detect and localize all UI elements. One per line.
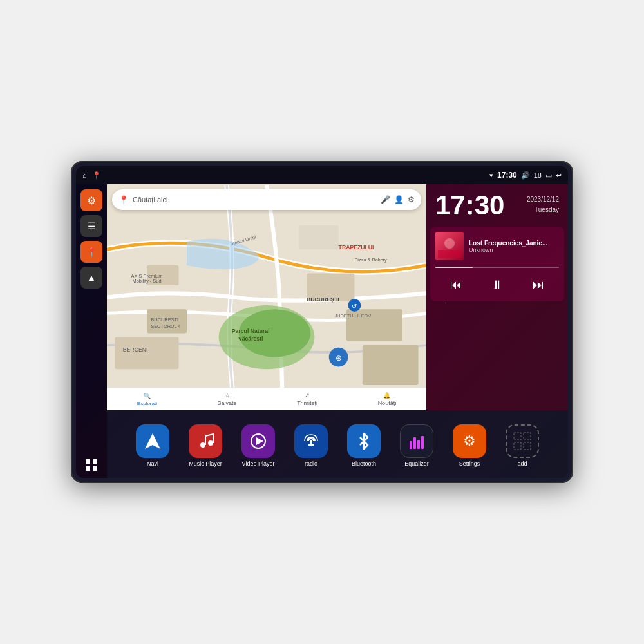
svg-text:Pizza & Bakery: Pizza & Bakery	[354, 257, 387, 263]
svg-marker-35	[145, 433, 160, 449]
nav-arrow-icon: ▲	[87, 272, 96, 283]
music-progress-fill	[435, 267, 473, 268]
send-label: Trimiteți	[297, 400, 317, 406]
music-play-btn[interactable]: ⏸	[486, 273, 509, 296]
left-sidebar: ⚙ ☰ 📍 ▲	[76, 184, 107, 478]
map-send-btn[interactable]: ↗ Trimiteți	[297, 392, 317, 406]
clock-time: 17:30	[435, 192, 504, 219]
apps-grid-icon	[85, 459, 98, 471]
device-screen: ⌂ 📍 ▾ 17:30 🔊 18 ▭ ↩	[76, 166, 568, 478]
music-text: Lost Frequencies_Janie... Unknown	[469, 240, 559, 253]
app-video-player[interactable]: Video Player	[236, 424, 281, 467]
center-area: Parcul Natural Văcărești AXIS Premium Mo…	[107, 184, 568, 478]
app-add[interactable]: add	[500, 424, 545, 467]
app-bluetooth[interactable]: Bluetooth	[341, 424, 386, 467]
sidebar-map-btn[interactable]: 📍	[80, 241, 102, 263]
svg-text:JUDEȚUL ILFOV: JUDEȚUL ILFOV	[334, 313, 371, 319]
radio-icon	[294, 424, 328, 458]
svg-rect-2	[86, 466, 90, 471]
music-next-btn[interactable]: ⏭	[527, 273, 550, 296]
clock-section: 17:30 2023/12/12 Tuesday	[426, 184, 568, 227]
app-equalizer[interactable]: Equalizer	[394, 424, 439, 467]
svg-rect-50	[514, 442, 521, 450]
map-explore-btn[interactable]: 🔍 Explorați	[137, 393, 157, 406]
mic-icon[interactable]: 🎤	[381, 195, 390, 204]
explore-label: Explorați	[137, 401, 157, 406]
sidebar-settings-btn[interactable]: ⚙	[80, 189, 102, 211]
map-saved-btn[interactable]: ☆ Salvate	[218, 392, 237, 406]
svg-text:Parcul Natural: Parcul Natural	[232, 328, 270, 334]
svg-rect-44	[410, 441, 412, 449]
app-settings[interactable]: ⚙ Settings	[447, 424, 492, 467]
equalizer-icon	[400, 424, 433, 458]
equalizer-label: Equalizer	[404, 460, 429, 467]
svg-text:⊕: ⊕	[336, 354, 342, 363]
music-artist: Unknown	[469, 247, 559, 253]
svg-text:Văcărești: Văcărești	[238, 336, 263, 342]
bluetooth-label: Bluetooth	[352, 460, 376, 467]
status-left-icons: ⌂ 📍	[82, 171, 101, 180]
home-icon[interactable]: ⌂	[82, 171, 87, 179]
settings-label: Settings	[459, 460, 480, 467]
profile-icon[interactable]: 👤	[394, 195, 404, 204]
app-navi[interactable]: Navi	[130, 424, 175, 467]
sidebar-apps-btn[interactable]	[80, 454, 102, 476]
add-label: add	[517, 460, 527, 467]
battery-value: 18	[534, 171, 542, 179]
svg-point-37	[208, 440, 213, 446]
svg-rect-13	[363, 345, 419, 385]
video-player-icon	[242, 424, 275, 458]
clock-day: Tuesday	[527, 205, 559, 215]
map-search-bar[interactable]: 📍 Căutați aici 🎤 👤 ⚙	[112, 189, 421, 210]
album-art-svg	[435, 232, 464, 260]
volume-icon[interactable]: 🔊	[521, 171, 530, 180]
device-frame: ⌂ 📍 ▾ 17:30 🔊 18 ▭ ↩	[71, 161, 573, 483]
sidebar-folder-btn[interactable]: ☰	[80, 215, 102, 237]
svg-rect-46	[417, 440, 420, 449]
bluetooth-symbol-icon	[355, 432, 373, 450]
right-panel: 17:30 2023/12/12 Tuesday	[426, 184, 568, 410]
news-icon: 🔔	[383, 392, 390, 399]
svg-rect-0	[86, 459, 90, 464]
top-panels: Parcul Natural Văcărești AXIS Premium Mo…	[107, 184, 568, 410]
folder-icon: ☰	[88, 221, 96, 231]
svg-rect-3	[93, 466, 97, 471]
maps-icon[interactable]: 📍	[92, 171, 101, 180]
google-maps-icon: 📍	[118, 195, 129, 205]
music-player-icon	[189, 424, 222, 458]
navi-label: Navi	[147, 460, 158, 467]
music-prev-btn[interactable]: ⏮	[444, 273, 468, 296]
more-icon[interactable]: ⚙	[408, 195, 415, 204]
music-controls: ⏮ ⏸ ⏭	[435, 273, 559, 296]
saved-label: Salvate	[218, 400, 237, 406]
bluetooth-icon-btn	[347, 424, 381, 458]
svg-rect-45	[413, 437, 416, 449]
svg-point-33	[444, 238, 455, 249]
navi-arrow-icon	[144, 432, 162, 450]
svg-rect-11	[299, 225, 339, 249]
sidebar-nav-btn[interactable]: ▲	[80, 267, 102, 289]
app-music-player[interactable]: Music Player	[183, 424, 228, 467]
music-progress-bar[interactable]	[435, 267, 559, 268]
map-panel[interactable]: Parcul Natural Văcărești AXIS Premium Mo…	[107, 184, 426, 410]
play-circle-icon	[249, 432, 267, 450]
svg-text:BUCUREȘTI: BUCUREȘTI	[151, 317, 178, 323]
add-icon	[506, 424, 539, 458]
wifi-icon: ▾	[489, 171, 493, 180]
back-icon[interactable]: ↩	[556, 171, 562, 180]
radio-label: radio	[305, 460, 317, 467]
svg-rect-51	[524, 442, 531, 450]
battery-icon: ▭	[545, 171, 552, 180]
music-player-label: Music Player	[189, 460, 222, 467]
map-bottom-bar: 🔍 Explorați ☆ Salvate ↗ Trimiteți	[107, 388, 426, 410]
music-info: Lost Frequencies_Janie... Unknown	[435, 232, 559, 260]
gear-icon: ⚙	[463, 433, 476, 450]
status-bar: ⌂ 📍 ▾ 17:30 🔊 18 ▭ ↩	[76, 166, 568, 184]
settings-app-icon: ⚙	[453, 424, 486, 458]
app-radio[interactable]: radio	[289, 424, 334, 467]
album-art	[435, 232, 464, 260]
svg-point-36	[200, 442, 205, 448]
svg-rect-48	[514, 433, 521, 440]
map-news-btn[interactable]: 🔔 Noutăți	[378, 392, 397, 406]
music-title: Lost Frequencies_Janie...	[469, 240, 559, 247]
